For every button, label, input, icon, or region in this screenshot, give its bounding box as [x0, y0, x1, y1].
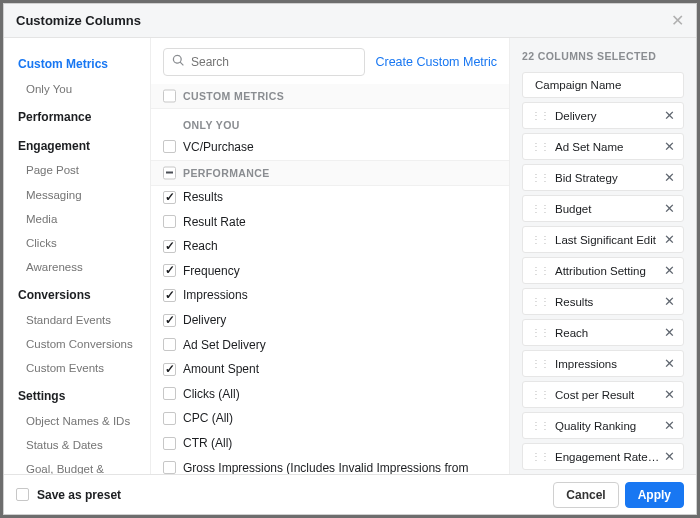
sidebar-item[interactable]: Status & Dates: [4, 433, 150, 457]
sidebar-item[interactable]: Clicks: [4, 231, 150, 255]
drag-handle-icon[interactable]: ⋮⋮: [531, 358, 549, 369]
sidebar-header[interactable]: Settings: [4, 380, 150, 409]
sidebar-item[interactable]: Object Names & IDs: [4, 409, 150, 433]
create-custom-metric-link[interactable]: Create Custom Metric: [375, 55, 497, 69]
metric-label: Amount Spent: [183, 362, 259, 378]
remove-column-button[interactable]: ✕: [662, 264, 677, 277]
metric-checkbox[interactable]: [163, 240, 176, 253]
drag-handle-icon[interactable]: ⋮⋮: [531, 203, 549, 214]
metric-row[interactable]: CPC (All): [151, 407, 509, 432]
metric-row[interactable]: Results: [151, 186, 509, 211]
cancel-button[interactable]: Cancel: [553, 482, 618, 508]
selected-column-item[interactable]: ⋮⋮Attribution Setting✕: [522, 257, 684, 284]
metric-checkbox[interactable]: [163, 191, 176, 204]
sidebar-item[interactable]: Awareness: [4, 255, 150, 279]
drag-handle-icon[interactable]: ⋮⋮: [531, 234, 549, 245]
sidebar-item[interactable]: Goal, Budget & Schedule: [4, 457, 150, 474]
drag-handle-icon[interactable]: ⋮⋮: [531, 265, 549, 276]
selected-column-label: Impressions: [555, 358, 662, 370]
sidebar-header[interactable]: Custom Metrics: [4, 48, 150, 77]
selected-column-item[interactable]: ⋮⋮Last Significant Edit✕: [522, 226, 684, 253]
sidebar-item[interactable]: Custom Conversions: [4, 332, 150, 356]
drag-handle-icon[interactable]: ⋮⋮: [531, 451, 549, 462]
remove-column-button[interactable]: ✕: [662, 388, 677, 401]
metric-checkbox[interactable]: [163, 215, 176, 228]
metric-checkbox[interactable]: [163, 338, 176, 351]
save-preset-checkbox[interactable]: [16, 488, 29, 501]
drag-handle-icon[interactable]: ⋮⋮: [531, 327, 549, 338]
selected-column-item[interactable]: ⋮⋮Delivery✕: [522, 102, 684, 129]
save-as-preset[interactable]: Save as preset: [16, 488, 121, 502]
sidebar-item[interactable]: Page Post: [4, 158, 150, 182]
selected-column-item[interactable]: ⋮⋮Reach✕: [522, 319, 684, 346]
selected-column-item[interactable]: ⋮⋮Budget✕: [522, 195, 684, 222]
drag-handle-icon[interactable]: ⋮⋮: [531, 172, 549, 183]
search-box[interactable]: [163, 48, 365, 76]
remove-column-button[interactable]: ✕: [662, 202, 677, 215]
metric-checkbox[interactable]: [163, 314, 176, 327]
group-checkbox[interactable]: [163, 166, 176, 179]
remove-column-button[interactable]: ✕: [662, 450, 677, 463]
sidebar-header[interactable]: Engagement: [4, 130, 150, 159]
metric-checkbox[interactable]: [163, 264, 176, 277]
metric-group-header[interactable]: PERFORMANCE: [151, 160, 509, 186]
sidebar-header[interactable]: Performance: [4, 101, 150, 130]
metric-row[interactable]: Delivery: [151, 309, 509, 334]
remove-column-button[interactable]: ✕: [662, 326, 677, 339]
metric-label: Reach: [183, 239, 218, 255]
metric-label: Ad Set Delivery: [183, 338, 266, 354]
close-button[interactable]: ✕: [671, 13, 684, 29]
metric-row[interactable]: VC/Purchase: [151, 135, 509, 160]
remove-column-button[interactable]: ✕: [662, 140, 677, 153]
apply-button[interactable]: Apply: [625, 482, 684, 508]
drag-handle-icon[interactable]: ⋮⋮: [531, 296, 549, 307]
sidebar-item[interactable]: Only You: [4, 77, 150, 101]
metric-row[interactable]: Clicks (All): [151, 382, 509, 407]
group-checkbox[interactable]: [163, 90, 176, 103]
remove-column-button[interactable]: ✕: [662, 295, 677, 308]
drag-handle-icon[interactable]: ⋮⋮: [531, 141, 549, 152]
metric-checkbox[interactable]: [163, 437, 176, 450]
metric-checkbox[interactable]: [163, 140, 176, 153]
sidebar-item[interactable]: Media: [4, 207, 150, 231]
drag-handle-icon[interactable]: ⋮⋮: [531, 110, 549, 121]
remove-column-button[interactable]: ✕: [662, 419, 677, 432]
selected-column-item[interactable]: ⋮⋮Engagement Rate Ranking✕: [522, 443, 684, 470]
metric-checkbox[interactable]: [163, 387, 176, 400]
sidebar-item[interactable]: Standard Events: [4, 308, 150, 332]
sidebar-item[interactable]: Custom Events: [4, 356, 150, 380]
selected-column-item[interactable]: ⋮⋮Bid Strategy✕: [522, 164, 684, 191]
selected-column-item[interactable]: ⋮⋮Quality Ranking✕: [522, 412, 684, 439]
remove-column-button[interactable]: ✕: [662, 171, 677, 184]
selected-column-item[interactable]: ⋮⋮Results✕: [522, 288, 684, 315]
metric-row[interactable]: Ad Set Delivery: [151, 333, 509, 358]
metric-row[interactable]: Frequency: [151, 259, 509, 284]
metric-row[interactable]: Result Rate: [151, 210, 509, 235]
group-label: PERFORMANCE: [183, 167, 270, 179]
sidebar-header[interactable]: Conversions: [4, 279, 150, 308]
remove-column-button[interactable]: ✕: [662, 109, 677, 122]
metric-group-header[interactable]: CUSTOM METRICS: [151, 84, 509, 109]
metric-row[interactable]: Reach: [151, 235, 509, 260]
selected-column-label: Ad Set Name: [555, 141, 662, 153]
metric-checkbox[interactable]: [163, 289, 176, 302]
metric-checkbox[interactable]: [163, 412, 176, 425]
selected-column-item[interactable]: ⋮⋮Impressions✕: [522, 350, 684, 377]
remove-column-button[interactable]: ✕: [662, 357, 677, 370]
metric-row[interactable]: Gross Impressions (Includes Invalid Impr…: [151, 456, 509, 474]
metric-row[interactable]: Amount Spent: [151, 358, 509, 383]
drag-handle-icon[interactable]: ⋮⋮: [531, 420, 549, 431]
metric-checkbox[interactable]: [163, 363, 176, 376]
selected-column-item[interactable]: ⋮⋮Ad Set Name✕: [522, 133, 684, 160]
sidebar-item[interactable]: Messaging: [4, 183, 150, 207]
selected-count-header: 22 COLUMNS SELECTED: [522, 50, 684, 62]
metric-row[interactable]: Impressions: [151, 284, 509, 309]
drag-handle-icon[interactable]: ⋮⋮: [531, 389, 549, 400]
search-input[interactable]: [191, 55, 356, 69]
metric-row[interactable]: CTR (All): [151, 432, 509, 457]
selected-column-item[interactable]: Campaign Name: [522, 72, 684, 98]
save-preset-label: Save as preset: [37, 488, 121, 502]
selected-column-item[interactable]: ⋮⋮Cost per Result✕: [522, 381, 684, 408]
remove-column-button[interactable]: ✕: [662, 233, 677, 246]
metric-checkbox[interactable]: [163, 461, 176, 474]
